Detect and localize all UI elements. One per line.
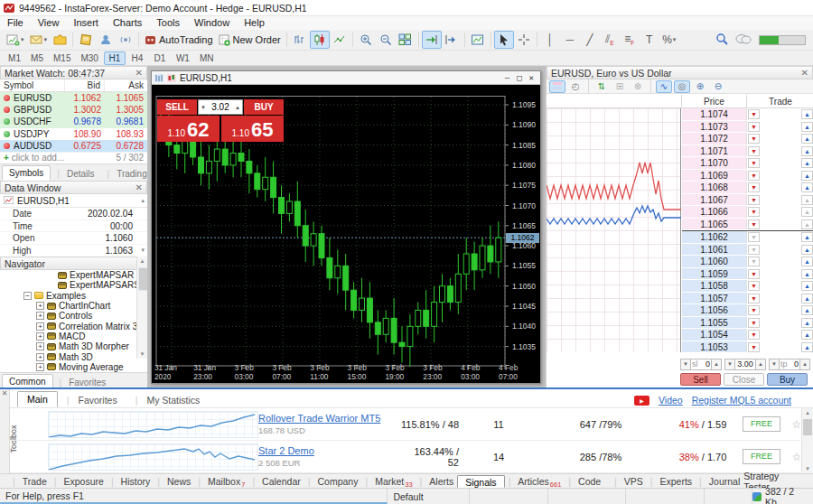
tree-toggle-icon[interactable] bbox=[36, 332, 44, 341]
buy-order-chevron-icon[interactable]: ▲ bbox=[801, 146, 813, 156]
dom-transfer-button[interactable]: ⇅ bbox=[593, 80, 610, 93]
buy-order-chevron-icon[interactable]: ▲ bbox=[801, 294, 813, 303]
toolbox-tab[interactable]: History bbox=[107, 475, 154, 488]
tree-toggle-icon[interactable] bbox=[36, 302, 44, 310]
column-symbol[interactable]: Symbol bbox=[0, 79, 65, 91]
buy-order-chevron-icon[interactable]: ▲ bbox=[801, 207, 813, 217]
sell-order-chevron-icon[interactable]: ▼ bbox=[748, 182, 760, 192]
tree-item[interactable]: Math 3D bbox=[0, 351, 147, 361]
signal-row[interactable]: Star 2 Demo2 508 EUR 163.44% / 52 14 285… bbox=[10, 441, 800, 473]
sell-order-chevron-icon[interactable]: ▼ bbox=[748, 342, 760, 352]
close-icon[interactable]: ✕ bbox=[0, 389, 9, 397]
signals-scrollbar[interactable]: ▴ ▾ bbox=[801, 408, 813, 473]
dom-price-row[interactable]: 1.1067 ▼ ▲ bbox=[682, 194, 813, 207]
sell-button[interactable]: SELL bbox=[157, 99, 197, 115]
signals-tab[interactable]: My Statistics bbox=[126, 393, 210, 407]
toolbox-tab[interactable]: Trade bbox=[9, 475, 51, 488]
toolbox-tab[interactable]: Alerts bbox=[416, 475, 458, 488]
menu-item[interactable]: File bbox=[0, 16, 31, 30]
signal-free-badge[interactable]: FREE bbox=[743, 416, 780, 432]
text-tool-button[interactable]: T bbox=[640, 31, 659, 49]
sell-order-chevron-icon[interactable]: ▼ bbox=[748, 134, 760, 144]
dom-price-row[interactable]: 1.1055 ▼ ▲ bbox=[682, 317, 813, 330]
tree-toggle-icon[interactable] bbox=[23, 292, 32, 300]
tree-item[interactable]: Controls bbox=[0, 311, 147, 321]
signals-tab[interactable]: Favorites bbox=[58, 393, 126, 407]
chevron-down-icon[interactable]: ▾ bbox=[673, 36, 677, 43]
dom-volume-button[interactable]: ◎ bbox=[674, 80, 690, 93]
tree-item[interactable]: ExpertMAPSARSizeOptim bbox=[0, 280, 147, 290]
buy-order-chevron-icon[interactable]: ▲ bbox=[801, 232, 813, 242]
toolbox-tab[interactable]: VPS bbox=[611, 475, 647, 488]
dom-price-row[interactable]: 1.1062 ▼ ▲ bbox=[682, 231, 813, 244]
menu-item[interactable]: Charts bbox=[106, 16, 149, 30]
search-icon[interactable] bbox=[715, 33, 728, 47]
fibonacci-button[interactable]: ≡F bbox=[620, 31, 640, 49]
close-icon[interactable]: ✕ bbox=[136, 182, 143, 192]
crosshair-button[interactable] bbox=[514, 31, 534, 49]
sell-order-chevron-icon[interactable]: ▼ bbox=[748, 318, 760, 328]
favorite-star-icon[interactable]: ☆ bbox=[786, 451, 800, 463]
timeframe-button[interactable]: M1 bbox=[4, 51, 25, 65]
dom-price-row[interactable]: 1.1061 ▼ ▲ bbox=[682, 244, 813, 257]
dom-price-row[interactable]: 1.1065 ▼ ▲ bbox=[682, 219, 813, 231]
tree-item[interactable]: Correlation Matrix 3D bbox=[0, 321, 147, 331]
dom-ladder-button[interactable] bbox=[549, 80, 565, 93]
dom-price-row[interactable]: 1.1058 ▼ ▲ bbox=[682, 280, 813, 293]
buy-order-chevron-icon[interactable]: ▲ bbox=[801, 109, 813, 119]
timeframe-button[interactable]: D1 bbox=[149, 51, 171, 65]
toolbox-tab[interactable]: Exposure bbox=[51, 475, 107, 488]
symbol-row[interactable]: AUDUSD 0.6725 0.6728 bbox=[0, 140, 147, 152]
sell-order-chevron-icon[interactable]: ▼ bbox=[748, 109, 760, 119]
volume-stepper[interactable]: ▼3.02▲ bbox=[198, 99, 243, 115]
sell-order-chevron-icon[interactable]: ▼ bbox=[748, 219, 760, 229]
market-watch-tab[interactable]: Details bbox=[51, 167, 100, 181]
signal-free-badge[interactable]: FREE bbox=[743, 449, 780, 464]
templates-button[interactable] bbox=[468, 31, 488, 49]
sell-order-chevron-icon[interactable]: ▼ bbox=[748, 294, 760, 303]
toolbox-tab[interactable]: Code Base bbox=[565, 475, 611, 488]
buy-order-chevron-icon[interactable]: ▲ bbox=[801, 171, 813, 181]
tree-item[interactable]: Examples bbox=[0, 291, 147, 301]
column-bid[interactable]: Bid bbox=[65, 79, 105, 91]
metaquotes-id-button[interactable] bbox=[96, 31, 116, 49]
sell-order-chevron-icon[interactable]: ▼ bbox=[748, 257, 760, 266]
trendline-button[interactable]: ╱ bbox=[580, 31, 600, 49]
auto-scroll-button[interactable] bbox=[422, 31, 442, 49]
signal-row[interactable]: Rollover Trade Warrior MT5168.78 USD 115… bbox=[10, 408, 800, 441]
arrows-tool-button[interactable]: %▾ bbox=[659, 31, 679, 49]
buy-order-chevron-icon[interactable]: ▲ bbox=[801, 342, 813, 352]
dom-buy-button[interactable]: Buy bbox=[767, 373, 808, 386]
toolbox-tab[interactable]: News bbox=[154, 475, 194, 488]
buy-order-chevron-icon[interactable]: ▲ bbox=[801, 158, 813, 168]
dom-time-sales-button[interactable]: ◴ bbox=[567, 80, 584, 93]
chart-window-titlebar[interactable]: EURUSD,H1 – □ ✕ bbox=[152, 71, 540, 85]
scroll-down-icon[interactable]: ▾ bbox=[141, 247, 145, 254]
chat-icon[interactable] bbox=[735, 33, 752, 47]
menu-item[interactable]: View bbox=[31, 16, 67, 30]
dom-orders-button[interactable]: ⊞ bbox=[612, 80, 628, 93]
symbol-row[interactable]: EURUSD 1.1062 1.1065 bbox=[0, 92, 147, 104]
dom-price-row[interactable]: 1.1056 ▼ ▲ bbox=[682, 304, 813, 317]
chart-shift-button[interactable] bbox=[442, 31, 462, 49]
register-mql5-link[interactable]: Register MQL5 account bbox=[692, 395, 791, 406]
close-button[interactable]: ✕ bbox=[529, 73, 534, 82]
tree-item[interactable]: MACD bbox=[0, 331, 147, 341]
tree-toggle-icon[interactable] bbox=[36, 363, 44, 371]
toolbox-tab[interactable]: Calendar bbox=[248, 475, 304, 488]
buy-price-button[interactable]: 1.1065 bbox=[221, 116, 284, 142]
history-center-button[interactable] bbox=[76, 31, 96, 49]
take-profit-stepper[interactable]: ▼tp0▲ bbox=[769, 359, 810, 370]
sell-order-chevron-icon[interactable]: ▼ bbox=[748, 146, 760, 156]
dom-sell-button[interactable]: Sell bbox=[680, 373, 721, 386]
spinner-up-icon[interactable]: ▲ bbox=[755, 359, 766, 370]
symbol-row[interactable]: USDCHF 0.9678 0.9681 bbox=[0, 116, 147, 127]
tree-item[interactable]: ExpertMAPSAR bbox=[0, 270, 147, 280]
sell-order-chevron-icon[interactable]: ▼ bbox=[748, 281, 760, 291]
sell-order-chevron-icon[interactable]: ▼ bbox=[748, 305, 760, 315]
toolbox-tab[interactable]: Experts bbox=[647, 475, 696, 488]
dom-tick-chart-button[interactable]: ∿ bbox=[656, 80, 672, 93]
timeframe-button[interactable]: M5 bbox=[26, 51, 48, 65]
zoom-in-button[interactable] bbox=[356, 31, 376, 49]
timeframe-button[interactable]: MN bbox=[195, 51, 219, 65]
